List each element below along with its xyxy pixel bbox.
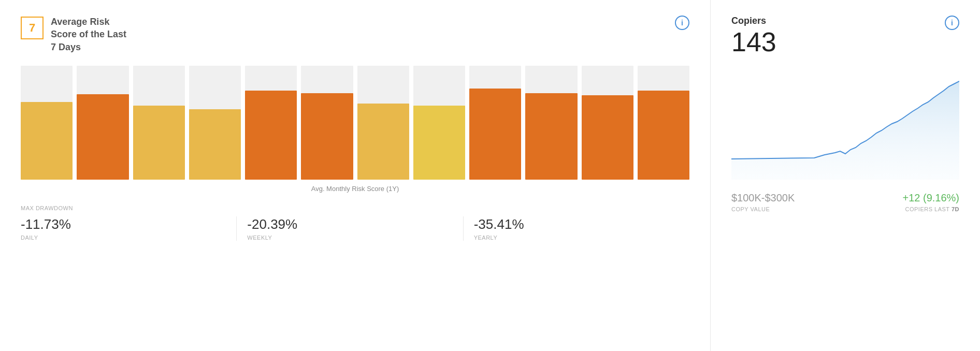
chart-label: Avg. Monthly Risk Score (1Y) bbox=[21, 185, 689, 195]
bar-chart-section: Avg. Monthly Risk Score (1Y) bbox=[21, 66, 689, 195]
drawdown-period: WEEKLY bbox=[247, 235, 452, 241]
left-panel: 7 Average Risk Score of the Last 7 Days … bbox=[0, 0, 711, 351]
panel-title: Average Risk Score of the Last 7 Days bbox=[51, 16, 126, 53]
bar-item bbox=[413, 66, 465, 180]
bar-item bbox=[638, 66, 689, 180]
bar-chart bbox=[21, 66, 689, 180]
copiers-change-label-prefix: COPIERS LAST bbox=[905, 206, 952, 212]
left-info-icon[interactable]: i bbox=[675, 16, 689, 30]
bar-item bbox=[301, 66, 353, 180]
bar-item bbox=[77, 66, 128, 180]
bar-item bbox=[133, 66, 185, 180]
drawdown-item: -11.73%DAILY bbox=[21, 216, 237, 241]
drawdown-values: -11.73%DAILY-20.39%WEEKLY-35.41%YEARLY bbox=[21, 216, 689, 241]
drawdown-value: -35.41% bbox=[474, 216, 679, 232]
drawdown-period: DAILY bbox=[21, 235, 226, 241]
drawdown-section: MAX DRAWDOWN -11.73%DAILY-20.39%WEEKLY-3… bbox=[21, 205, 689, 241]
copiers-change-value: +12 (9.16%) bbox=[902, 192, 959, 204]
title-line2: Score of the Last bbox=[51, 29, 126, 39]
bar-item bbox=[357, 66, 409, 180]
bar-item bbox=[245, 66, 297, 180]
left-panel-header: 7 Average Risk Score of the Last 7 Days … bbox=[21, 16, 689, 53]
drawdown-value: -20.39% bbox=[247, 216, 452, 232]
bar-item bbox=[189, 66, 241, 180]
right-panel-header: Copiers 143 i bbox=[731, 16, 959, 64]
copiers-chart bbox=[731, 76, 959, 180]
bar-item bbox=[582, 66, 633, 180]
risk-score-badge: 7 bbox=[21, 17, 44, 39]
drawdown-item: -20.39%WEEKLY bbox=[237, 216, 463, 241]
copy-value-label: COPY VALUE bbox=[731, 206, 795, 212]
drawdown-item: -35.41%YEARLY bbox=[464, 216, 689, 241]
drawdown-period: YEARLY bbox=[474, 235, 679, 241]
copiers-change-label-bold: 7D bbox=[952, 206, 959, 212]
copiers-change-label: COPIERS LAST 7D bbox=[902, 206, 959, 212]
copiers-header-left: Copiers 143 bbox=[731, 16, 776, 64]
title-line3: 7 Days bbox=[51, 42, 81, 52]
drawdown-value: -11.73% bbox=[21, 216, 226, 232]
copiers-label: Copiers bbox=[731, 16, 776, 26]
right-panel: Copiers 143 i $100K-$300K COPY VALUE +12… bbox=[711, 0, 980, 351]
copiers-count: 143 bbox=[731, 28, 776, 55]
copiers-bottom-stats: $100K-$300K COPY VALUE +12 (9.16%) COPIE… bbox=[731, 192, 959, 212]
bar-item bbox=[21, 66, 73, 180]
bar-item bbox=[525, 66, 577, 180]
copy-value-amount: $100K-$300K bbox=[731, 192, 795, 204]
copy-value-section: $100K-$300K COPY VALUE bbox=[731, 192, 795, 212]
copiers-change-section: +12 (9.16%) COPIERS LAST 7D bbox=[902, 192, 959, 212]
bar-item bbox=[469, 66, 521, 180]
score-badge-container: 7 Average Risk Score of the Last 7 Days bbox=[21, 16, 126, 53]
title-line1: Average Risk bbox=[51, 17, 109, 27]
drawdown-section-label: MAX DRAWDOWN bbox=[21, 205, 689, 211]
right-info-icon[interactable]: i bbox=[945, 16, 959, 30]
